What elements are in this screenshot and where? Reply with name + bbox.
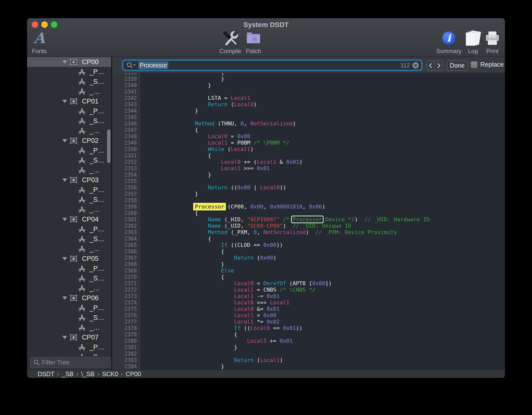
tree-leaf[interactable]: _S… (27, 352, 112, 356)
find-query-text: Processor (139, 61, 168, 69)
tree-node-cp05[interactable]: CP05 (27, 254, 112, 264)
tree-leaf-label: _S… (90, 275, 104, 282)
code-text: Local1 >>= 0x01 (169, 165, 270, 172)
line-number: 2350 (112, 146, 137, 152)
line-number: 2340 (112, 82, 137, 89)
breadcrumb-item[interactable]: _SB (62, 371, 74, 378)
code-text: Local1 -= 0x01 (169, 293, 280, 299)
done-button[interactable]: Done (447, 60, 468, 71)
line-number: 2361 (112, 216, 137, 223)
breadcrumb-item[interactable]: \_SB (81, 371, 94, 378)
code-text: { (169, 331, 237, 338)
tree-leaf[interactable]: _S… (27, 77, 112, 87)
disclosure-triangle[interactable] (62, 60, 67, 64)
line-number: 2355 (112, 178, 137, 184)
tree-leaf[interactable]: _… (27, 126, 112, 136)
tree-leaf[interactable]: _… (27, 283, 112, 293)
scope-icon (69, 215, 78, 223)
line-number: 2370 (112, 274, 137, 280)
patch-button[interactable]: Patch (236, 30, 271, 55)
line-number: 2367 (112, 255, 137, 261)
tree-leaf[interactable]: _S… (27, 195, 112, 205)
line-number: 2376 (112, 312, 137, 319)
tree-leaf[interactable]: _P… (27, 342, 112, 352)
line-number: 2353 (112, 165, 137, 172)
disclosure-triangle[interactable] (62, 178, 67, 182)
code-line: 2367 Return (0x00) (112, 255, 505, 261)
code-text: If ((Local0 == 0x01)) (169, 325, 302, 331)
disclosure-triangle[interactable] (62, 336, 67, 339)
replace-label: Replace (480, 61, 504, 68)
tree-leaf[interactable]: _… (27, 87, 112, 96)
print-button[interactable]: Print (475, 30, 505, 55)
code-line: 2344 } (112, 108, 505, 114)
code-text: Local0 = 0x00 (169, 133, 250, 140)
line-number: 2380 (112, 338, 137, 344)
tree-leaf[interactable]: _P… (27, 67, 112, 77)
sidebar-scrollbar-thumb[interactable] (107, 129, 110, 163)
code-text: { (169, 127, 198, 133)
tree-node-cp00[interactable]: CP00 (27, 57, 112, 67)
breadcrumb-separator-icon: › (76, 371, 78, 377)
next-match-button[interactable] (435, 61, 442, 70)
breadcrumb-item[interactable]: CP00 (126, 371, 141, 378)
code-text: } (169, 172, 211, 178)
line-number: 2339 (112, 76, 137, 82)
code-line: 2379 { (112, 331, 505, 338)
disclosure-triangle[interactable] (62, 257, 67, 260)
line-number: 2368 (112, 261, 137, 267)
code-line: 2345 (112, 114, 505, 120)
disclosure-triangle[interactable] (62, 100, 67, 103)
tree-leaf[interactable]: _S… (27, 234, 112, 244)
fonts-button[interactable]: A Fonts (27, 30, 57, 55)
scope-icon (69, 137, 78, 145)
code-line: 2381 } (112, 344, 505, 351)
code-editor[interactable]: 2338 {2339 }2340 }23412342 LSTA = Local1… (112, 73, 505, 370)
tree-leaf-label: _S… (90, 314, 104, 322)
previous-match-button[interactable] (427, 61, 435, 70)
tree-leaf[interactable]: _S… (27, 116, 112, 126)
method-icon (78, 235, 86, 243)
search-menu-icon[interactable] (126, 62, 137, 69)
code-line: 2351 { (112, 152, 505, 159)
tree-node-cp06[interactable]: CP06 (27, 293, 112, 303)
code-line: 2362 Name (_UID, "SCK0-CP00") // _UID: U… (112, 223, 505, 229)
code-text: } (169, 363, 224, 370)
tree-leaf[interactable]: _P… (27, 185, 112, 195)
tree-node-cp02[interactable]: CP02 (27, 136, 112, 146)
filter-tree-input[interactable]: Filter Tree (30, 357, 111, 368)
disclosure-triangle[interactable] (62, 296, 67, 300)
tree-leaf[interactable]: _S… (27, 313, 112, 323)
code-text: Local1 = 0x00 (169, 312, 276, 319)
code-line: 2339 } (112, 76, 505, 82)
tree-leaf[interactable]: _P… (27, 146, 112, 155)
disclosure-triangle[interactable] (62, 139, 67, 142)
tree-node-cp07[interactable]: CP07 (27, 332, 112, 342)
clear-search-icon[interactable] (412, 62, 419, 69)
breadcrumb-item[interactable]: DSDT (38, 371, 54, 378)
disclosure-triangle[interactable] (62, 218, 67, 221)
code-text: Method (_PXM, 0, NotSerialized) // _PXM:… (169, 229, 397, 236)
method-icon (78, 206, 86, 213)
tree-leaf[interactable]: _P… (27, 224, 112, 234)
code-line: 2371 Local0 = DerefOf (APT0 [0x00]) (112, 280, 505, 287)
tree-node-cp04[interactable]: CP04 (27, 214, 112, 224)
breadcrumb-item[interactable]: SCK0 (102, 371, 118, 378)
line-number: 2345 (112, 114, 137, 120)
tree-node-cp01[interactable]: CP01 (27, 96, 112, 106)
tree-node-cp03[interactable]: CP03 (27, 175, 112, 185)
tree-leaf[interactable]: _… (27, 165, 112, 175)
replace-checkbox[interactable] (471, 61, 477, 68)
code-line: 2384 } (112, 363, 505, 370)
tree-leaf[interactable]: _P… (27, 106, 112, 116)
patch-icon (236, 30, 271, 47)
method-icon (78, 166, 86, 174)
tree-leaf[interactable]: _… (27, 205, 112, 214)
tree-leaf[interactable]: _… (27, 323, 112, 332)
tree-leaf[interactable]: _P… (27, 303, 112, 313)
tree-leaf[interactable]: _S… (27, 155, 112, 165)
tree-leaf[interactable]: _P… (27, 264, 112, 273)
tree-leaf[interactable]: _… (27, 244, 112, 254)
find-input[interactable]: Processor 112 (122, 60, 422, 71)
tree-leaf[interactable]: _S… (27, 273, 112, 283)
